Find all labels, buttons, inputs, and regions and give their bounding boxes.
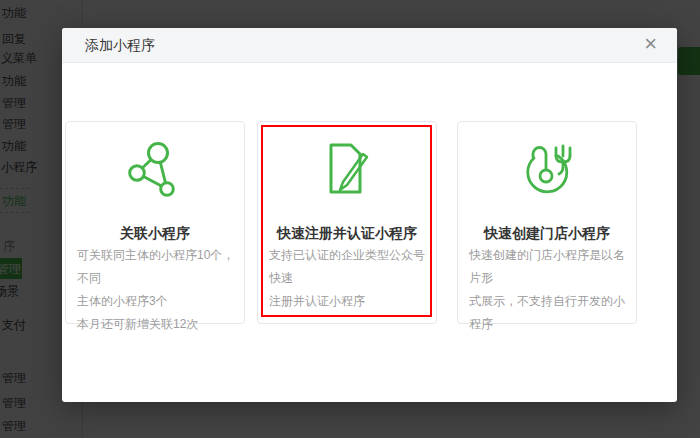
desc-line: 本月还可新增关联12次 [77,313,237,336]
add-miniprogram-modal: 添加小程序 × 关联小程序 可关联同主体的小程序10个，不同 主体的小程序3个 … [62,28,677,402]
fork-spoon-icon [519,141,575,197]
card-description: 可关联同主体的小程序10个，不同 主体的小程序3个 本月还可新增关联12次 [77,244,237,336]
desc-line: 快速创建的门店小程序是以名片形 [469,244,629,290]
card-description: 快速创建的门店小程序是以名片形 式展示，不支持自行开发的小程序 [469,244,629,336]
desc-line: 支持已认证的企业类型公众号快速 [269,244,429,290]
document-pen-icon [319,141,375,197]
card-quick-create-store-miniprogram[interactable]: 快速创建门店小程序 快速创建的门店小程序是以名片形 式展示，不支持自行开发的小程… [457,121,637,324]
card-quick-register-miniprogram[interactable]: 快速注册并认证小程序 支持已认证的企业类型公众号快速 注册并认证小程序 [257,121,437,324]
close-icon[interactable]: × [636,28,665,62]
desc-line: 式展示，不支持自行开发的小程序 [469,290,629,336]
desc-line: 注册并认证小程序 [269,290,429,313]
share-network-icon [127,141,183,197]
card-description: 支持已认证的企业类型公众号快速 注册并认证小程序 [269,244,429,313]
card-title: 关联小程序 [66,223,244,243]
card-link-miniprogram[interactable]: 关联小程序 可关联同主体的小程序10个，不同 主体的小程序3个 本月还可新增关联… [65,121,245,324]
desc-line: 可关联同主体的小程序10个，不同 [77,244,237,290]
modal-title: 添加小程序 [85,28,155,62]
desc-line: 主体的小程序3个 [77,290,237,313]
modal-header: 添加小程序 × [62,28,677,63]
card-title: 快速创建门店小程序 [458,223,636,243]
card-title: 快速注册并认证小程序 [258,223,436,243]
